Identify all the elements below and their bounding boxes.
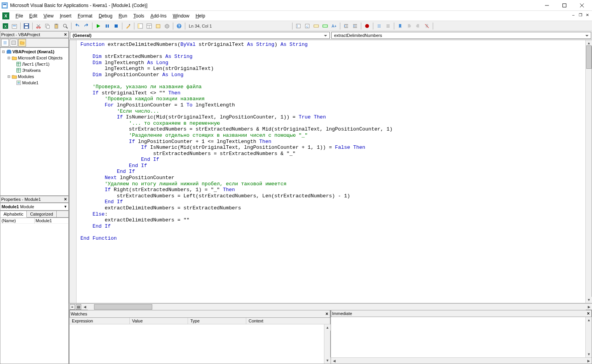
scroll-left-arrow[interactable]: ◀ [82,304,88,310]
paste-button[interactable] [52,22,60,30]
immediate-vscroll[interactable]: ▲ ▼ [585,317,592,357]
menu-view[interactable]: View [40,12,57,20]
scroll-down-arrow[interactable]: ▼ [586,297,592,303]
cut-button[interactable] [35,22,42,30]
next-bookmark-button[interactable] [405,22,413,30]
close-button[interactable] [573,0,590,11]
immediate-hscroll[interactable]: ◀ ▶ [331,357,592,364]
procedure-view-toggle[interactable]: ≡ [70,304,75,310]
properties-window-button[interactable] [145,22,153,30]
col-type[interactable]: Type [188,318,246,324]
menu-insert[interactable]: Insert [57,12,75,20]
module-item[interactable]: Module1 [1,80,68,86]
immediate-close-button[interactable]: × [586,311,590,316]
scroll-right-arrow[interactable]: ▶ [586,304,592,310]
tab-categorized[interactable]: Categorized [27,211,56,217]
run-button[interactable] [94,22,102,30]
mdi-minimize-button[interactable]: – [570,12,576,18]
view-code-button[interactable] [1,39,9,47]
scroll-up-arrow[interactable]: ▲ [324,324,331,331]
menu-run[interactable]: Run [115,12,130,20]
property-name-value[interactable]: Module1 [35,218,69,223]
previous-bookmark-button[interactable] [414,22,422,30]
scroll-left-arrow[interactable]: ◀ [331,358,337,364]
watches-close-button[interactable]: × [325,311,329,317]
col-value[interactable]: Value [130,318,188,324]
project-panel-close-button[interactable]: × [63,32,68,37]
code-margin[interactable] [70,40,77,303]
scroll-down-arrow[interactable]: ▼ [586,351,592,357]
find-button[interactable] [61,22,69,30]
scroll-up-arrow[interactable]: ▲ [586,317,592,323]
redo-button[interactable] [82,22,90,30]
hscroll-track[interactable] [88,304,586,310]
expand-icon[interactable]: ⊟ [1,50,5,54]
full-module-view-toggle[interactable]: ▤ [76,304,81,310]
clear-bookmarks-button[interactable] [423,22,431,30]
toggle-folders-button[interactable] [18,39,26,47]
menu-file[interactable]: File [12,12,26,20]
watches-vscroll[interactable]: ▲ ▼ [324,324,330,364]
project-explorer-button[interactable] [136,22,144,30]
expand-icon[interactable]: ⊟ [7,56,11,60]
code-content[interactable]: Function extractDelimitedNumbers(ByVal s… [77,40,585,303]
view-object-button[interactable] [10,39,17,47]
insert-module-button[interactable] [10,22,18,30]
menu-edit[interactable]: Edit [26,12,40,20]
toolbox-button[interactable] [163,22,171,30]
maximize-button[interactable] [555,0,573,11]
toggle-bookmark-button[interactable] [396,22,404,30]
view-excel-button[interactable]: X [2,22,9,30]
sheet-item[interactable]: Лист1 (Лист1) [1,61,68,67]
menu-format[interactable]: Format [75,12,96,20]
immediate-body[interactable]: ▲ ▼ ◀ ▶ [331,317,592,364]
undo-button[interactable] [73,22,81,30]
copy-button[interactable] [44,22,51,30]
project-tree[interactable]: ⊟ VBAProject (Книга1) ⊟ Microsoft Excel … [0,47,69,196]
menu-debug[interactable]: Debug [96,12,115,20]
menu-add-ins[interactable]: Add-Ins [147,12,169,20]
menu-window[interactable]: Window [170,12,193,20]
parameter-info-button[interactable] [321,22,329,30]
reset-button[interactable] [112,22,120,30]
folder-excel-objects[interactable]: ⊟ Microsoft Excel Objects [1,55,68,61]
procedure-dropdown[interactable]: extractDelimitedNumbers [331,32,591,39]
code-editor[interactable]: Function extractDelimitedNumbers(ByVal s… [69,40,592,303]
vertical-scrollbar[interactable]: ▲ ▼ [585,40,592,303]
properties-panel-close-button[interactable]: × [63,197,68,202]
vscroll-thumb[interactable] [586,45,592,69]
quick-info-button[interactable] [312,22,320,30]
help-button[interactable]: ? [175,22,183,30]
comment-block-button[interactable] [375,22,383,30]
properties-object-selector[interactable]: Module1 Module ▼ [0,203,69,211]
col-expression[interactable]: Expression [70,318,130,324]
uncomment-block-button[interactable] [384,22,392,30]
save-button[interactable] [23,22,30,30]
menu-tools[interactable]: Tools [130,12,147,20]
watches-body[interactable]: ▲ ▼ [70,324,330,364]
col-context[interactable]: Context [246,318,330,324]
object-dropdown[interactable]: (General) [70,32,330,39]
project-root[interactable]: ⊟ VBAProject (Книга1) [1,49,68,55]
menu-help[interactable]: Help [192,12,208,20]
folder-modules[interactable]: ⊟ Modules [1,73,68,80]
list-properties-button[interactable] [294,22,302,30]
expand-icon[interactable]: ⊟ [7,75,11,78]
object-browser-button[interactable] [154,22,162,30]
list-constants-button[interactable]: c [303,22,311,30]
properties-grid[interactable]: (Name) Module1 [0,218,69,364]
hscroll-thumb[interactable] [94,304,152,310]
mdi-close-button[interactable]: ✕ [584,12,590,18]
property-row[interactable]: (Name) Module1 [0,218,68,224]
thisworkbook-item[interactable]: ЭтаКнига [1,67,68,73]
tab-alphabetic[interactable]: Alphabetic [0,211,27,218]
scroll-right-arrow[interactable]: ▶ [585,358,592,364]
complete-word-button[interactable]: A+ [330,22,338,30]
design-mode-button[interactable] [124,22,132,30]
scroll-down-arrow[interactable]: ▼ [324,357,331,364]
minimize-button[interactable] [538,0,555,11]
break-button[interactable] [103,22,111,30]
toggle-breakpoint-button[interactable] [363,22,371,30]
mdi-restore-button[interactable]: ❐ [577,12,583,18]
indent-button[interactable] [342,22,350,30]
